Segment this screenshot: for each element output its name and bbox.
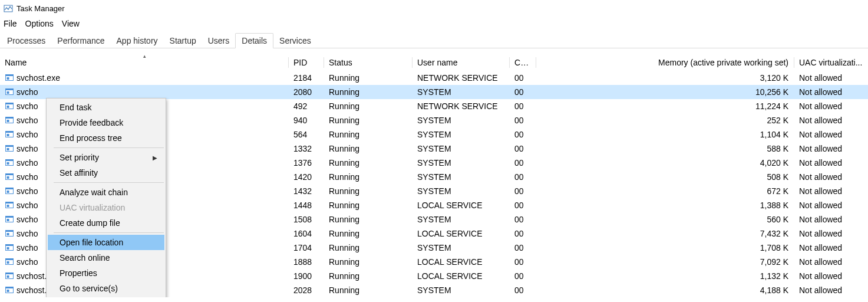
tab-details[interactable]: Details — [235, 33, 273, 48]
context-menu-label: Open file location — [60, 238, 123, 247]
process-icon — [5, 158, 14, 168]
process-uac: Not allowed — [794, 156, 868, 170]
tab-performance[interactable]: Performance — [51, 34, 110, 48]
tab-users[interactable]: Users — [202, 34, 236, 48]
context-menu-label: Analyze wait chain — [60, 188, 128, 197]
svg-rect-15 — [7, 134, 9, 136]
svg-rect-5 — [6, 89, 14, 91]
process-pid: 1432 — [289, 184, 324, 198]
process-icon — [5, 201, 14, 210]
context-menu-item-provide-feedback[interactable]: Provide feedback — [48, 115, 164, 130]
context-menu-item-open-file-location[interactable]: Open file location — [48, 235, 164, 250]
process-cpu: 00 — [510, 184, 536, 198]
process-icon — [5, 257, 14, 267]
context-menu-item-set-priority[interactable]: Set priority▶ — [48, 150, 164, 165]
chevron-right-icon: ▶ — [153, 155, 157, 161]
process-uac: Not allowed — [794, 198, 868, 212]
context-menu-separator — [54, 147, 164, 148]
svg-rect-41 — [6, 259, 14, 261]
table-row[interactable]: svchost.exe 2184 Running NETWORK SERVICE… — [0, 71, 868, 85]
svg-rect-3 — [7, 77, 9, 80]
process-uac: Not allowed — [794, 212, 868, 226]
context-menu-label: UAC virtualization — [60, 203, 125, 212]
process-cpu: 00 — [510, 255, 536, 269]
process-user: SYSTEM — [412, 127, 510, 142]
task-manager-icon — [4, 4, 13, 13]
process-memory: 1,708 K — [536, 241, 794, 255]
tab-startup[interactable]: Startup — [164, 34, 202, 48]
context-menu-item-end-process-tree[interactable]: End process tree — [48, 130, 164, 146]
column-header-status[interactable]: Status — [324, 54, 412, 71]
context-menu-separator — [54, 232, 164, 233]
svg-rect-20 — [6, 160, 14, 162]
svg-rect-21 — [7, 162, 9, 165]
svg-rect-30 — [7, 205, 9, 207]
table-row[interactable]: svcho 2080 Running SYSTEM 00 10,256 K No… — [0, 85, 868, 99]
context-menu-item-go-to-service-s-[interactable]: Go to service(s) — [48, 281, 164, 296]
process-memory: 7,092 K — [536, 255, 794, 269]
process-uac: Not allowed — [794, 170, 868, 184]
process-memory: 588 K — [536, 142, 794, 156]
process-uac: Not allowed — [794, 184, 868, 198]
process-uac: Not allowed — [794, 127, 868, 142]
process-memory: 1,388 K — [536, 198, 794, 212]
svg-rect-32 — [6, 216, 14, 218]
column-header-memory[interactable]: Memory (active private working set) — [536, 54, 794, 71]
process-icon — [5, 271, 14, 281]
context-menu-item-set-affinity[interactable]: Set affinity — [48, 165, 164, 180]
process-uac: Not allowed — [794, 113, 868, 127]
menu-options[interactable]: Options — [25, 19, 54, 28]
process-memory: 4,188 K — [536, 283, 794, 297]
process-user: NETWORK SERVICE — [412, 71, 510, 85]
process-pid: 940 — [289, 113, 324, 127]
process-user: SYSTEM — [412, 156, 510, 170]
process-status: Running — [324, 156, 412, 170]
process-user: SYSTEM — [412, 113, 510, 127]
tab-processes[interactable]: Processes — [1, 34, 51, 48]
process-user: SYSTEM — [412, 283, 510, 297]
context-menu-item-analyze-wait-chain[interactable]: Analyze wait chain — [48, 185, 164, 200]
process-pid: 1508 — [289, 212, 324, 226]
context-menu-item-create-dump-file[interactable]: Create dump file — [48, 215, 164, 231]
column-header-pid[interactable]: PID — [289, 54, 324, 71]
menu-view[interactable]: View — [62, 19, 80, 28]
column-header-user[interactable]: User name — [412, 54, 510, 71]
process-pid: 1888 — [289, 255, 324, 269]
tab-app-history[interactable]: App history — [111, 34, 164, 48]
column-header-uac[interactable]: UAC virtualizati... — [794, 54, 868, 71]
process-pid: 2080 — [289, 85, 324, 99]
process-name: svcho — [16, 130, 38, 139]
process-memory: 1,132 K — [536, 269, 794, 283]
process-cpu: 00 — [510, 198, 536, 212]
svg-rect-6 — [7, 91, 9, 94]
process-icon — [5, 243, 14, 252]
process-memory: 252 K — [536, 113, 794, 127]
menu-file[interactable]: File — [4, 19, 17, 28]
process-pid: 1900 — [289, 269, 324, 283]
process-memory: 7,432 K — [536, 226, 794, 241]
context-menu-item-properties[interactable]: Properties — [48, 265, 164, 281]
context-menu-label: Go to service(s) — [60, 284, 118, 293]
window-title: Task Manager — [16, 4, 65, 13]
svg-rect-24 — [7, 176, 9, 179]
process-icon — [5, 144, 14, 153]
context-menu-item-search-online[interactable]: Search online — [48, 250, 164, 265]
process-uac: Not allowed — [794, 85, 868, 99]
column-header-cpu[interactable]: CPU — [510, 54, 536, 71]
process-name: svcho — [16, 87, 38, 97]
process-name: svcho — [16, 158, 38, 168]
tab-services[interactable]: Services — [273, 34, 317, 48]
process-pid: 1604 — [289, 226, 324, 241]
process-user: LOCAL SERVICE — [412, 255, 510, 269]
process-icon — [5, 87, 14, 97]
svg-rect-17 — [6, 146, 14, 147]
process-pid: 1376 — [289, 156, 324, 170]
process-status: Running — [324, 113, 412, 127]
context-menu-item-end-task[interactable]: End task — [48, 100, 164, 115]
column-header-name[interactable]: Name ▴ — [0, 54, 289, 71]
process-status: Running — [324, 269, 412, 283]
process-uac: Not allowed — [794, 71, 868, 85]
svg-rect-23 — [6, 174, 14, 176]
process-pid: 1448 — [289, 198, 324, 212]
process-status: Running — [324, 142, 412, 156]
